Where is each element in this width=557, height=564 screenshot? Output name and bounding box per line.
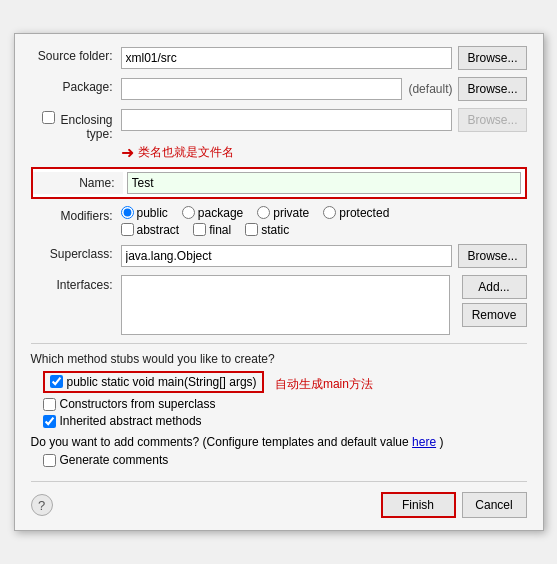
stub-constructors-row: Constructors from superclass <box>43 397 527 411</box>
modifier-abstract[interactable]: abstract <box>121 223 180 237</box>
interfaces-buttons: Add... Remove <box>456 275 527 327</box>
interfaces-add-button[interactable]: Add... <box>462 275 527 299</box>
finish-button[interactable]: Finish <box>381 492 456 518</box>
superclass-label: Superclass: <box>31 244 121 261</box>
interfaces-area: Add... Remove <box>121 275 527 335</box>
interfaces-row: Interfaces: Add... Remove <box>31 275 527 335</box>
help-button[interactable]: ? <box>31 494 53 516</box>
modifier-public[interactable]: public <box>121 206 168 220</box>
name-input[interactable] <box>127 172 521 194</box>
modifiers-options: public package private protected <box>121 206 390 237</box>
package-row: Package: (default) Browse... <box>31 77 527 101</box>
name-label: Name: <box>33 172 123 194</box>
stubs-title: Which method stubs would you like to cre… <box>31 352 527 366</box>
stub-inherited-label[interactable]: Inherited abstract methods <box>43 414 527 428</box>
package-browse-button[interactable]: Browse... <box>458 77 526 101</box>
stub-main-checkbox[interactable] <box>50 375 63 388</box>
enclosing-type-input[interactable] <box>121 109 453 131</box>
modifier-final[interactable]: final <box>193 223 231 237</box>
enclosing-type-field-area: Browse... <box>121 108 527 132</box>
stub-constructors-label[interactable]: Constructors from superclass <box>43 397 527 411</box>
modifier-abstract-checkbox[interactable] <box>121 223 134 236</box>
enclosing-annotation-row: ➜ 类名也就是文件名 <box>121 143 527 162</box>
bottom-bar: ? Finish Cancel <box>31 481 527 518</box>
modifier-public-radio[interactable] <box>121 206 134 219</box>
modifier-package-radio[interactable] <box>182 206 195 219</box>
package-default-label: (default) <box>408 82 452 96</box>
package-label: Package: <box>31 77 121 94</box>
interfaces-remove-button[interactable]: Remove <box>462 303 527 327</box>
source-folder-browse-button[interactable]: Browse... <box>458 46 526 70</box>
package-field-area: (default) Browse... <box>121 77 527 101</box>
enclosing-type-checkbox[interactable] <box>42 111 55 124</box>
name-field-area <box>123 169 525 197</box>
modifiers-radio-group: public package private protected <box>121 206 390 220</box>
name-row: Name: <box>31 167 527 199</box>
stub-main-row: public static void main(String[] args) 自… <box>43 371 527 394</box>
modifier-protected[interactable]: protected <box>323 206 389 220</box>
stub-inherited-checkbox[interactable] <box>43 415 56 428</box>
cancel-button[interactable]: Cancel <box>462 492 527 518</box>
stubs-section: Which method stubs would you like to cre… <box>31 352 527 429</box>
modifier-private-radio[interactable] <box>257 206 270 219</box>
interfaces-label: Interfaces: <box>31 275 121 292</box>
generate-comments-checkbox[interactable] <box>43 454 56 467</box>
source-folder-field-area: Browse... <box>121 46 527 70</box>
modifier-static[interactable]: static <box>245 223 289 237</box>
superclass-input[interactable] <box>121 245 453 267</box>
package-input[interactable] <box>121 78 403 100</box>
generate-comments-label[interactable]: Generate comments <box>43 453 527 467</box>
auto-main-annotation: 自动生成main方法 <box>275 377 373 391</box>
configure-link[interactable]: here <box>412 435 436 449</box>
source-folder-label: Source folder: <box>31 46 121 63</box>
modifiers-row: Modifiers: public package private protec… <box>31 206 527 237</box>
modifiers-label: Modifiers: <box>31 206 121 223</box>
source-folder-row: Source folder: Browse... <box>31 46 527 70</box>
source-folder-input[interactable] <box>121 47 453 69</box>
modifier-final-checkbox[interactable] <box>193 223 206 236</box>
stub-main-label[interactable]: public static void main(String[] args) <box>43 371 264 393</box>
superclass-row: Superclass: Browse... <box>31 244 527 268</box>
enclosing-annotation-text: 类名也就是文件名 <box>138 144 234 161</box>
interfaces-list <box>121 275 450 335</box>
new-java-class-dialog: Source folder: Browse... Package: (defau… <box>14 33 544 532</box>
enclosing-browse-button: Browse... <box>458 108 526 132</box>
superclass-browse-button[interactable]: Browse... <box>458 244 526 268</box>
modifier-protected-radio[interactable] <box>323 206 336 219</box>
superclass-field-area: Browse... <box>121 244 527 268</box>
enclosing-type-row: Enclosing type: Browse... <box>31 108 527 141</box>
action-buttons: Finish Cancel <box>381 492 527 518</box>
stub-constructors-checkbox[interactable] <box>43 398 56 411</box>
divider <box>31 343 527 344</box>
arrow-icon: ➜ <box>121 143 134 162</box>
generate-comments-row: Generate comments <box>43 453 527 467</box>
modifiers-check-group: abstract final static <box>121 223 390 237</box>
stub-inherited-row: Inherited abstract methods <box>43 414 527 428</box>
comments-section: Do you want to add comments? (Configure … <box>31 435 527 467</box>
modifier-private[interactable]: private <box>257 206 309 220</box>
modifier-package[interactable]: package <box>182 206 243 220</box>
modifier-static-checkbox[interactable] <box>245 223 258 236</box>
enclosing-type-label: Enclosing type: <box>31 108 121 141</box>
comments-question-row: Do you want to add comments? (Configure … <box>31 435 527 449</box>
